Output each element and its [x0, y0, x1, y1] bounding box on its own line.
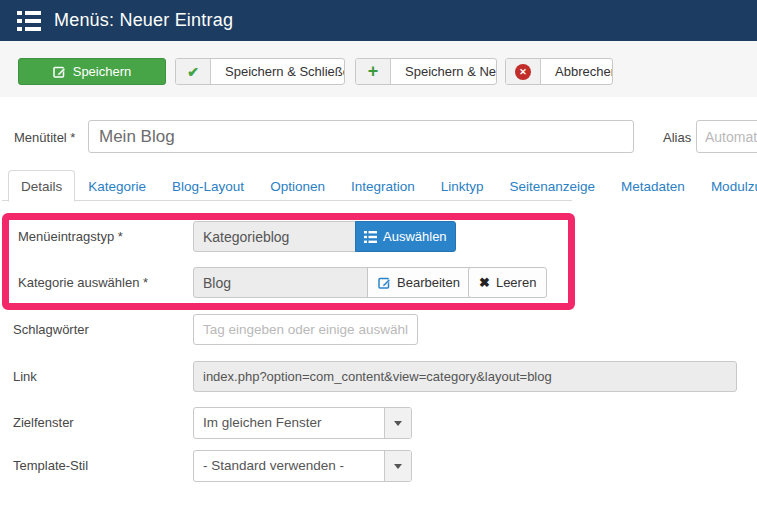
x-icon: ✖	[479, 275, 490, 290]
tab-linktyp[interactable]: Linktyp	[428, 170, 497, 201]
cancel-button[interactable]: ✕ Abbrechen	[505, 58, 613, 85]
tab-seitenanzeige[interactable]: Seitenanzeige	[497, 170, 609, 201]
save-button-label: Speichern	[73, 64, 132, 79]
category-field	[193, 267, 368, 298]
template-style-select[interactable]: - Standard verwenden -	[193, 450, 412, 482]
joomla-menu-item-editor: Menüs: Neuer Eintrag Speichern ✔ Speiche…	[0, 0, 757, 524]
tab-blog-layout[interactable]: Blog-Layout	[159, 170, 257, 201]
category-label: Kategorie auswählen *	[18, 267, 148, 298]
save-close-button[interactable]: ✔ Speichern & Schließen	[175, 58, 345, 85]
save-close-button-label: Speichern & Schließen	[211, 59, 345, 84]
save-new-button-label: Speichern & Neu	[391, 59, 497, 84]
menu-item-type-select-button[interactable]: Auswählen	[355, 221, 456, 252]
menus-list-icon	[17, 10, 41, 32]
menu-title-label: Menütitel *	[14, 122, 75, 153]
tab-bar: Details Kategorie Blog-Layout Optionen I…	[8, 170, 757, 202]
template-style-label: Template-Stil	[13, 450, 88, 481]
chevron-down-icon	[394, 464, 402, 469]
menu-title-input[interactable]	[88, 120, 634, 153]
alias-label: Alias	[663, 122, 691, 153]
link-field	[193, 361, 737, 392]
target-window-value: Im gleichen Fenster	[203, 408, 322, 438]
select-button-label: Auswählen	[383, 229, 447, 244]
target-window-caret[interactable]	[384, 408, 411, 438]
template-style-caret[interactable]	[384, 451, 411, 481]
template-style-value: - Standard verwenden -	[203, 451, 344, 481]
target-window-select[interactable]: Im gleichen Fenster	[193, 407, 412, 439]
menu-item-type-field	[193, 221, 356, 252]
tab-integration[interactable]: Integration	[338, 170, 428, 201]
category-edit-button[interactable]: Bearbeiten	[367, 267, 471, 298]
category-clear-button[interactable]: ✖ Leeren	[468, 267, 547, 298]
save-new-button[interactable]: + Speichern & Neu	[355, 58, 497, 85]
alias-input[interactable]	[696, 120, 757, 153]
tab-kategorie[interactable]: Kategorie	[75, 170, 159, 201]
plus-icon: +	[356, 59, 391, 84]
save-button[interactable]: Speichern	[18, 58, 166, 85]
toolbar: Speichern ✔ Speichern & Schließen + Spei…	[0, 41, 757, 97]
page-title: Menüs: Neuer Eintrag	[54, 10, 233, 31]
cancel-button-label: Abbrechen	[541, 59, 613, 84]
menu-item-type-label: Menüeintragstyp *	[18, 221, 123, 252]
tab-modulzuweisung[interactable]: Modulzuweisung	[698, 170, 757, 201]
tab-metadaten[interactable]: Metadaten	[608, 170, 698, 201]
cancel-circle-icon: ✕	[506, 59, 541, 84]
chevron-down-icon	[394, 421, 402, 426]
link-label: Link	[13, 361, 37, 392]
header-bar: Menüs: Neuer Eintrag	[0, 0, 757, 41]
tab-optionen[interactable]: Optionen	[257, 170, 338, 201]
tab-details[interactable]: Details	[8, 170, 75, 202]
tags-input[interactable]	[193, 314, 418, 345]
edit-pencil-square-icon	[378, 276, 391, 289]
tags-label: Schlagwörter	[13, 314, 89, 345]
save-pencil-square-icon	[53, 65, 66, 78]
clear-button-label: Leeren	[496, 275, 536, 290]
check-icon: ✔	[176, 59, 211, 84]
list-icon	[364, 231, 377, 243]
edit-button-label: Bearbeiten	[397, 275, 460, 290]
target-window-label: Zielfenster	[13, 407, 74, 438]
